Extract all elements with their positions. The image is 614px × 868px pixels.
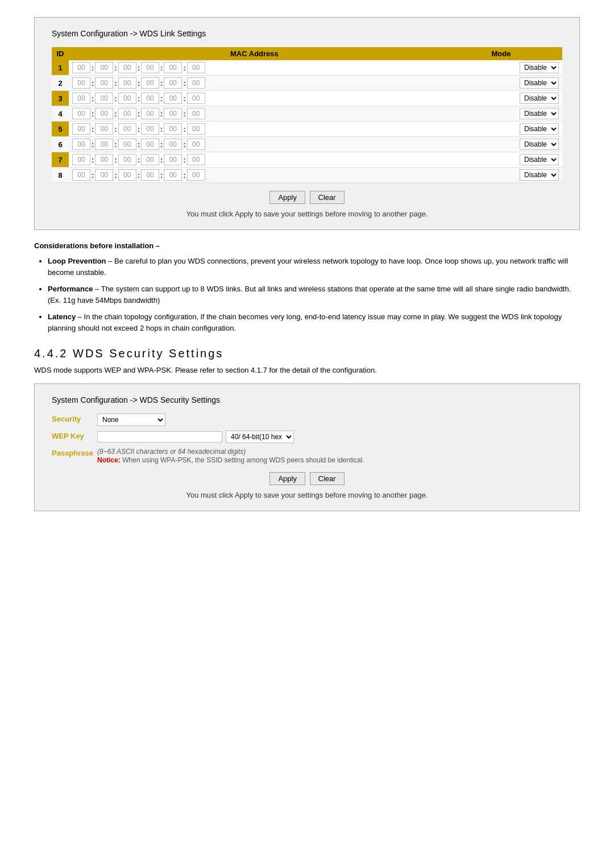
mac-octet-5-0[interactable] (72, 123, 90, 135)
mac-sep: : (182, 79, 186, 87)
mac-sep: : (91, 94, 94, 103)
mac-octet-8-3[interactable] (141, 169, 159, 181)
mode-cell-7: DisableEnable (440, 152, 562, 168)
mac-cell-3: ::::: (69, 91, 440, 106)
mac-cell-2: ::::: (69, 76, 440, 91)
mac-octet-6-3[interactable] (141, 139, 159, 150)
mac-octet-7-4[interactable] (164, 154, 182, 165)
mac-sep: : (160, 156, 163, 164)
row-id-4: 4 (52, 106, 69, 122)
mode-select-5[interactable]: DisableEnable (520, 123, 559, 135)
mode-select-8[interactable]: DisableEnable (520, 169, 559, 181)
wds-security-clear-button[interactable]: Clear (310, 472, 345, 485)
mac-sep: : (160, 110, 163, 118)
mac-octet-2-1[interactable] (95, 77, 113, 89)
mac-sep: : (137, 125, 140, 133)
mac-octet-5-5[interactable] (187, 123, 205, 135)
wep-key-input[interactable] (97, 431, 222, 443)
mac-octet-6-0[interactable] (72, 139, 90, 150)
mode-select-6[interactable]: DisableEnable (520, 139, 559, 150)
mac-octet-8-0[interactable] (72, 169, 90, 181)
col-id: ID (52, 47, 69, 60)
mode-select-4[interactable]: DisableEnable (520, 108, 559, 119)
mac-octet-7-2[interactable] (118, 154, 136, 165)
mac-octet-4-1[interactable] (95, 108, 113, 119)
mac-sep: : (160, 94, 163, 103)
wep-type-select[interactable]: 40/ 64-bit(10 hex digits)104/ 128-bit(26… (226, 431, 294, 443)
mac-octet-3-4[interactable] (164, 93, 182, 104)
mac-octet-3-3[interactable] (141, 93, 159, 104)
wds-security-heading: 4.4.2 WDS Security Settings (34, 347, 580, 360)
mac-sep: : (91, 110, 94, 118)
wds-link-clear-button[interactable]: Clear (310, 191, 345, 204)
mac-octet-4-0[interactable] (72, 108, 90, 119)
mac-sep: : (182, 156, 186, 164)
mac-sep: : (91, 156, 94, 164)
mac-sep: : (160, 79, 163, 87)
mac-octet-7-1[interactable] (95, 154, 113, 165)
mac-sep: : (137, 64, 140, 72)
mac-octet-7-5[interactable] (187, 154, 205, 165)
mac-octet-4-3[interactable] (141, 108, 159, 119)
mode-select-2[interactable]: DisableEnable (520, 77, 559, 89)
mac-octet-1-2[interactable] (118, 62, 136, 73)
considerations-section: Considerations before installation – Loo… (34, 241, 580, 333)
mac-octet-8-1[interactable] (95, 169, 113, 181)
mac-octet-4-2[interactable] (118, 108, 136, 119)
mac-sep: : (114, 110, 117, 118)
mac-octet-2-5[interactable] (187, 77, 205, 89)
mac-octet-2-2[interactable] (118, 77, 136, 89)
row-id-5: 5 (52, 122, 69, 137)
mac-octet-5-4[interactable] (164, 123, 182, 135)
mac-octet-3-0[interactable] (72, 93, 90, 104)
notice-inline-text: When using WPA-PSK, the SSID setting amo… (122, 456, 364, 464)
mac-octet-3-2[interactable] (118, 93, 136, 104)
mac-octet-1-3[interactable] (141, 62, 159, 73)
mode-select-1[interactable]: DisableEnable (520, 62, 559, 73)
wds-security-apply-button[interactable]: Apply (269, 472, 305, 485)
mac-sep: : (91, 79, 94, 87)
mac-octet-2-0[interactable] (72, 77, 90, 89)
mac-octet-5-3[interactable] (141, 123, 159, 135)
mac-octet-4-4[interactable] (164, 108, 182, 119)
mac-octet-8-4[interactable] (164, 169, 182, 181)
mac-sep: : (114, 94, 117, 103)
mac-octet-3-1[interactable] (95, 93, 113, 104)
mac-octet-1-5[interactable] (187, 62, 205, 73)
mac-cell-1: ::::: (69, 60, 440, 76)
mac-octet-6-5[interactable] (187, 139, 205, 150)
mac-octet-4-5[interactable] (187, 108, 205, 119)
passphrase-row: Passphrase (8~63 ASCII characters or 64 … (52, 448, 562, 464)
mac-octet-2-3[interactable] (141, 77, 159, 89)
mac-sep: : (160, 64, 163, 72)
mac-octet-8-2[interactable] (118, 169, 136, 181)
mac-sep: : (114, 64, 117, 72)
mac-octet-6-1[interactable] (95, 139, 113, 150)
mac-octet-6-2[interactable] (118, 139, 136, 150)
mode-select-7[interactable]: DisableEnable (520, 154, 559, 165)
wds-link-title: System Configuration -> WDS Link Setting… (52, 29, 562, 38)
mac-sep: : (137, 79, 140, 87)
mac-octet-5-1[interactable] (95, 123, 113, 135)
row-id-7: 7 (52, 152, 69, 168)
col-mode: Mode (440, 47, 562, 60)
consideration-item: Loop Prevention – Be careful to plan you… (48, 256, 580, 278)
mac-octet-5-2[interactable] (118, 123, 136, 135)
security-select[interactable]: NoneWEPWPA-PSK (97, 414, 165, 426)
mac-octet-2-4[interactable] (164, 77, 182, 89)
mac-octet-7-3[interactable] (141, 154, 159, 165)
wds-link-apply-button[interactable]: Apply (269, 191, 305, 204)
wds-link-notice: You must click Apply to save your settin… (52, 210, 562, 218)
mac-octet-3-5[interactable] (187, 93, 205, 104)
mac-octet-8-5[interactable] (187, 169, 205, 181)
mode-select-3[interactable]: DisableEnable (520, 93, 559, 104)
wds-link-buttons: Apply Clear (52, 191, 562, 204)
mac-octet-6-4[interactable] (164, 139, 182, 150)
passphrase-notice: Notice: When using WPA-PSK, the SSID set… (97, 456, 562, 464)
mac-octet-1-4[interactable] (164, 62, 182, 73)
mac-octet-7-0[interactable] (72, 154, 90, 165)
mac-sep: : (91, 171, 94, 180)
mac-octet-1-0[interactable] (72, 62, 90, 73)
mac-octet-1-1[interactable] (95, 62, 113, 73)
col-mac: MAC Address (69, 47, 440, 60)
